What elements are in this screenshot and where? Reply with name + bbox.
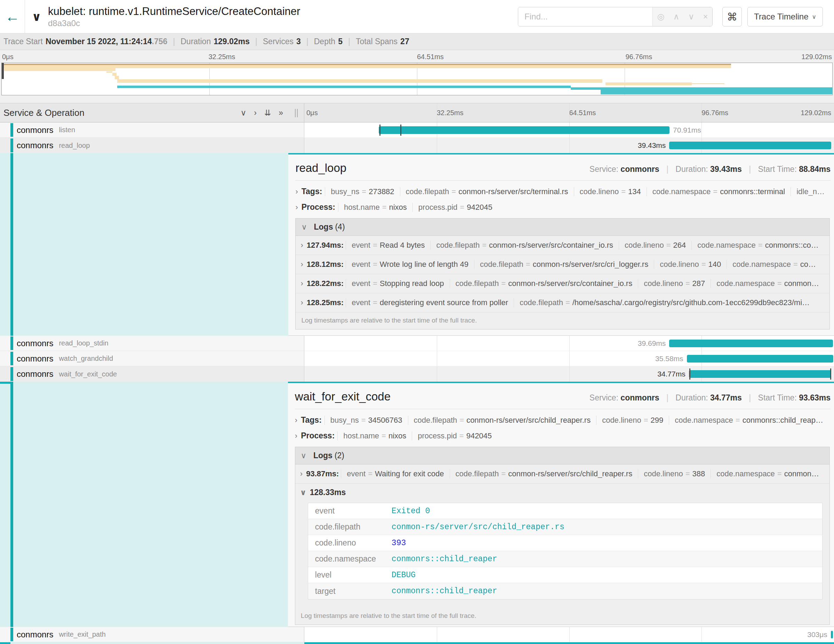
span-duration-bar[interactable] (689, 370, 832, 378)
span-duration-bar[interactable] (669, 340, 833, 347)
span-bar-cell[interactable]: 39.43ms (304, 138, 834, 153)
column-resizer-handle[interactable] (295, 109, 298, 117)
minimap-canvas (2, 63, 832, 95)
page-title: kubelet: runtime.v1.RuntimeService/Creat… (48, 5, 300, 18)
minimap-span-bar (115, 76, 119, 79)
minimap-span-bar (692, 83, 724, 84)
span-bar-cell[interactable]: 303μs (304, 627, 834, 642)
span-duration-bar[interactable] (379, 126, 669, 134)
chevron-right-icon: › (301, 241, 303, 250)
span-grid-header: Service & Operation ∨ › ⇊ » 0μs 32.25ms … (0, 103, 834, 123)
log-entry[interactable]: › 128.12ms: event=Wrote log line of leng… (296, 255, 829, 274)
tag-value: 34506763 (368, 416, 402, 424)
span-duration-label: 34.77ms (657, 370, 685, 378)
process-value: nixos (388, 431, 406, 440)
log-field-value: conmon-rs/server/src/container_io.rs (508, 279, 632, 288)
back-button[interactable]: ← (0, 0, 25, 33)
services-label: Services (263, 37, 294, 46)
start-time-value: 93.63ms (799, 393, 831, 402)
log-field-key: code.namespace (716, 279, 775, 288)
find-next-icon[interactable]: ∨ (688, 12, 695, 21)
trace-header-collapse-icon[interactable]: ∨ (25, 10, 48, 24)
axis-tick: 96.76ms (701, 109, 728, 117)
timeline-gridline (701, 104, 702, 122)
expanded-log-header[interactable]: ∨ 128.33ms (295, 484, 829, 502)
timeline-gridline (437, 351, 437, 366)
span-name-cell[interactable]: conmonrs listen (0, 123, 304, 138)
axis-tick: 0μs (2, 53, 14, 61)
tag-value: conmon-rs/server/src/terminal.rs (458, 187, 568, 196)
span-detail-read-loop: read_loop Service: conmonrs | Duration: … (0, 153, 834, 336)
operation-name: read_loop (59, 142, 90, 150)
expand-one-icon[interactable]: › (254, 108, 257, 118)
service-operation-header: Service & Operation ∨ › ⇊ » (0, 104, 304, 122)
span-name-cell[interactable]: conmonrs read_loop (0, 138, 304, 153)
timeline-gridline (701, 123, 702, 138)
log-field-value: Waiting for exit code (375, 469, 444, 478)
span-bar-cell[interactable]: 39.69ms (304, 336, 834, 351)
logs-count: (4) (335, 222, 345, 231)
span-name-cell[interactable]: conmonrs wait_for_exit_code (0, 366, 304, 382)
span-bar-cell[interactable]: 70.91ms (304, 123, 834, 138)
chevron-right-icon: › (300, 469, 302, 478)
minimap-span-bar (571, 87, 832, 90)
process-key: process.pid (419, 203, 458, 212)
chevron-down-icon: ∨ (301, 223, 307, 231)
log-marker-tick (689, 369, 690, 380)
span-name-cell[interactable]: conmonrs watch_grandchild (0, 351, 304, 366)
log-field-key: code.lineno (625, 241, 664, 249)
field-value: Exited 0 (392, 506, 430, 516)
span-name-cell[interactable]: conmonrs read_loop_stdin (0, 336, 304, 351)
span-detail-indent (0, 153, 288, 336)
span-name-cell[interactable]: conmonrs write_exit_path (0, 627, 304, 642)
log-field-value: Wrote log line of length 49 (380, 260, 469, 269)
span-color-accent (10, 123, 13, 137)
expand-all-icon[interactable]: » (279, 108, 283, 118)
minimap[interactable] (2, 63, 832, 95)
operation-name: read_loop_stdin (59, 339, 108, 347)
find-clear-icon[interactable]: × (703, 12, 708, 21)
logs-header[interactable]: ∨Logs(4) (296, 218, 829, 236)
span-color-accent (10, 628, 13, 641)
log-entry[interactable]: › 128.25ms: event=deregistering event so… (296, 293, 829, 312)
span-duration-bar[interactable] (831, 631, 833, 638)
service-label: Service: (590, 393, 618, 402)
log-field-key: code.namespace (716, 469, 775, 478)
log-field-value: /home/sascha/.cargo/registry/src/github.… (572, 298, 810, 307)
collapse-one-icon[interactable]: ∨ (240, 108, 246, 118)
keyboard-shortcuts-button[interactable]: ⌘ (722, 7, 742, 26)
process-row[interactable]: › Process: host.name=nixos process.pid=9… (295, 431, 831, 440)
log-field-value: conmonrs::co… (765, 241, 819, 249)
service-name: conmonrs (17, 354, 53, 364)
collapse-all-icon[interactable]: ⇊ (264, 108, 271, 118)
process-row[interactable]: › Process: host.name=nixos process.pid=9… (295, 202, 831, 212)
span-duration-bar[interactable] (687, 355, 834, 362)
tag-key: idle_n… (797, 187, 824, 196)
start-time-label: Start Time: (758, 393, 797, 402)
logs-section: ∨Logs(2) › 93.87ms: event=Waiting for ex… (295, 447, 830, 625)
find-prev-icon[interactable]: ∧ (673, 12, 680, 21)
view-selector-dropdown[interactable]: Trace Timeline ∨ (747, 7, 823, 26)
tag-key: code.lineno (580, 187, 619, 196)
timeline-gridline (437, 627, 437, 642)
span-row-write-exit-path: conmonrs write_exit_path 303μs (0, 627, 834, 642)
trace-id: d8a3a0c (48, 18, 300, 28)
log-entry[interactable]: › 127.94ms: event=Read 4 bytes code.file… (296, 236, 829, 255)
span-bar-cell[interactable]: 35.58ms (304, 351, 834, 366)
span-duration-label: 70.91ms (673, 126, 701, 134)
span-bar-cell[interactable]: 34.77ms (304, 366, 834, 382)
log-entry[interactable]: › 128.22ms: event=Stopping read loop cod… (296, 274, 829, 293)
tag-value: conmon-rs/server/src/child_reaper.rs (466, 416, 590, 424)
span-row-watch-grandchild: conmonrs watch_grandchild 35.58ms (0, 351, 834, 366)
tags-row[interactable]: › Tags: busy_ns=273882 code.filepath=con… (295, 187, 831, 196)
log-entry[interactable]: › 93.87ms: event=Waiting for exit code c… (295, 464, 829, 484)
find-input[interactable] (518, 7, 653, 26)
minimap-range-handle[interactable] (2, 63, 4, 79)
service-name: conmonrs (17, 630, 53, 639)
span-duration-bar[interactable] (669, 142, 831, 149)
find-target-icon[interactable]: ◎ (657, 12, 664, 21)
total-spans-value: 27 (400, 37, 409, 46)
log-time: 128.12ms: (307, 260, 344, 269)
tags-row[interactable]: › Tags: busy_ns=34506763 code.filepath=c… (295, 416, 831, 425)
logs-header[interactable]: ∨Logs(2) (295, 447, 829, 464)
